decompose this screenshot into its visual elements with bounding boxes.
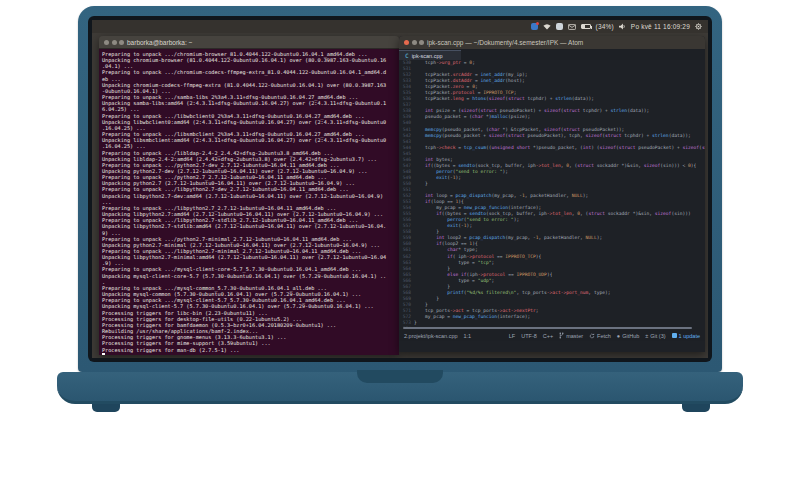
terminal-window: barborka@barborka: ~ Preparing to unpack… bbox=[99, 36, 399, 355]
terminal-maximize-button[interactable] bbox=[119, 40, 124, 45]
battery-icon[interactable] bbox=[581, 22, 591, 31]
package-update-icon bbox=[672, 333, 677, 338]
status-grammar[interactable]: C++ bbox=[543, 333, 553, 339]
terminal-line: Unpacking libldap-2.4-2:amd64 (2.4.42+df… bbox=[102, 156, 396, 162]
page: (34%) Po kvě 11 16:09:29 bbox=[0, 0, 800, 477]
laptop-notch bbox=[357, 370, 443, 383]
atom-title: ipk-scan.cpp — ~/Dokumenty/4.semester/IP… bbox=[427, 39, 583, 46]
atom-minimize-button[interactable] bbox=[412, 40, 417, 45]
git-diff-icon: ± bbox=[645, 333, 648, 339]
code-line: 574 bbox=[399, 326, 705, 327]
code-editor[interactable]: 530 tcph->urg_ptr = 0;531 532 tcpPacket.… bbox=[399, 60, 705, 327]
code-line: 542 memcpy(pseudo_packet + sizeof(struct… bbox=[399, 133, 705, 139]
line-number: 574 bbox=[399, 326, 414, 327]
terminal-line: Unpacking mysql-client-core-5.7 (5.7.30-… bbox=[102, 273, 396, 279]
atom-window: ipk-scan.cpp — ~/Dokumenty/4.semester/IP… bbox=[399, 36, 705, 352]
terminal-line: Unpacking libpython2.7-stdlib:amd64 (2.7… bbox=[102, 223, 396, 229]
branch-icon bbox=[559, 332, 564, 339]
terminal-line: Preparing to unpack .../chromium-codecs-… bbox=[102, 69, 396, 75]
terminal-close-button[interactable] bbox=[104, 40, 109, 45]
terminal-line: Unpacking libwbclient0:amd64 (2:4.3.11+d… bbox=[102, 119, 396, 125]
keyboard-layout-icon[interactable] bbox=[556, 22, 563, 31]
terminal-line: Unpacking libpython2.7-dev:amd64 (2.7.12… bbox=[102, 193, 396, 199]
terminal-line: Preparing to unpack .../mysql-client-cor… bbox=[102, 266, 396, 272]
atom-close-button[interactable] bbox=[404, 40, 409, 45]
terminal-line: Processing triggers for man-db (2.7.5-1)… bbox=[102, 347, 396, 353]
terminal-output[interactable]: Preparing to unpack .../chromium-browser… bbox=[99, 49, 399, 355]
terminal-line: Unpacking chromium-browser (81.0.4044.12… bbox=[102, 57, 396, 63]
terminal-minimize-button[interactable] bbox=[112, 40, 117, 45]
desktop: (34%) Po kvě 11 16:09:29 bbox=[92, 20, 708, 358]
input-method-icon[interactable] bbox=[531, 22, 538, 31]
session-gear-icon[interactable] bbox=[695, 22, 702, 31]
sync-icon bbox=[589, 333, 595, 339]
wifi-icon[interactable] bbox=[543, 22, 551, 31]
atom-tab-bar: C ipk-scan.cpp bbox=[399, 49, 705, 60]
cpp-file-icon: C bbox=[405, 52, 409, 59]
code-line: 544 tcph->check = tcp_csum((unsigned sho… bbox=[399, 145, 705, 151]
terminal-titlebar[interactable]: barborka@barborka: ~ bbox=[99, 36, 399, 49]
terminal-title: barborka@barborka: ~ bbox=[127, 39, 192, 46]
status-fetch[interactable]: Fetch bbox=[589, 333, 611, 339]
terminal-line: Unpacking libsmbclient:amd64 (2:4.3.11+d… bbox=[102, 137, 396, 143]
status-file-path[interactable]: 2.projekt/ipk-scan.cpp bbox=[404, 333, 458, 339]
terminal-line: Unpacking mysql-client-5.7 (5.7.30-0ubun… bbox=[102, 303, 396, 309]
laptop-lid: (34%) Po kvě 11 16:09:29 bbox=[78, 6, 722, 372]
atom-titlebar[interactable]: ipk-scan.cpp — ~/Dokumenty/4.semester/IP… bbox=[399, 36, 705, 49]
terminal-line: Preparing to unpack .../python2.7-minima… bbox=[102, 236, 396, 242]
terminal-line: Preparing to unpack .../libwbclient0_2%3… bbox=[102, 113, 396, 119]
laptop-bezel: (34%) Po kvě 11 16:09:29 bbox=[88, 16, 712, 362]
battery-percent: (34%) bbox=[596, 23, 614, 30]
status-cursor-position[interactable]: 1:1 bbox=[464, 333, 472, 339]
status-git-branch[interactable]: master bbox=[559, 332, 583, 339]
status-git-changes[interactable]: ± Git (3) bbox=[645, 333, 665, 339]
status-encoding[interactable]: UTF-8 bbox=[521, 333, 537, 339]
atom-status-bar: 2.projekt/ipk-scan.cpp 1:1 LF UTF-8 C++ … bbox=[399, 330, 705, 341]
laptop-foot-left bbox=[92, 404, 120, 412]
github-icon: ● bbox=[617, 333, 620, 339]
volume-icon[interactable] bbox=[619, 22, 626, 31]
terminal-line: Unpacking libpython2.7-minimal:amd64 (2.… bbox=[102, 254, 396, 260]
atom-maximize-button[interactable] bbox=[419, 40, 424, 45]
tab-label: ipk-scan.cpp bbox=[412, 53, 443, 59]
tab-ipk-scan-cpp[interactable]: C ipk-scan.cpp bbox=[399, 50, 461, 60]
laptop-foot-right bbox=[682, 404, 710, 412]
status-github[interactable]: ● GitHub bbox=[617, 333, 639, 339]
clock[interactable]: Po kvě 11 16:09:29 bbox=[631, 23, 690, 30]
mail-icon[interactable] bbox=[568, 22, 576, 31]
terminal-cursor bbox=[102, 353, 105, 355]
status-line-ending[interactable]: LF bbox=[509, 333, 515, 339]
terminal-line: Unpacking samba-libs:amd64 (2:4.3.11+dfs… bbox=[102, 100, 396, 106]
status-updates[interactable]: 1 update bbox=[672, 333, 700, 339]
top-panel: (34%) Po kvě 11 16:09:29 bbox=[92, 20, 708, 33]
